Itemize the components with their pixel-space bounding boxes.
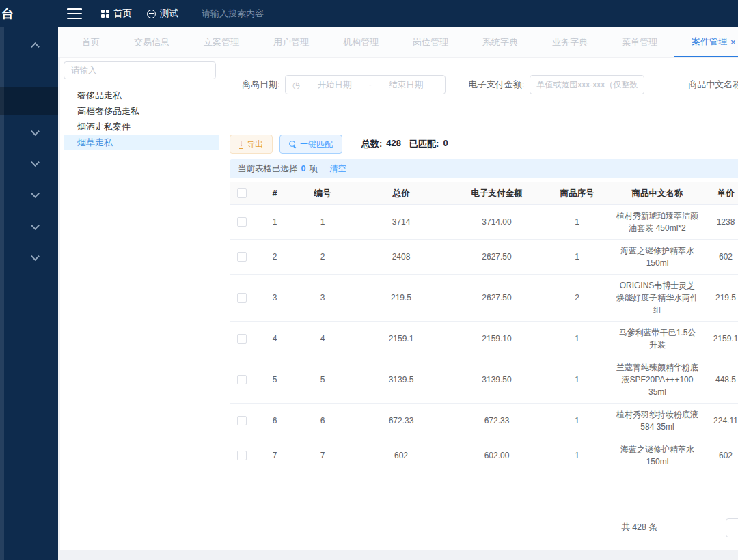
matched-count: 0 — [443, 138, 448, 150]
global-search-input[interactable]: 请输入搜索内容 — [202, 8, 338, 20]
clock-icon: ◷ — [292, 80, 300, 90]
row-checkbox[interactable] — [237, 252, 247, 262]
row-checkbox[interactable] — [237, 451, 247, 460]
chevron-down-icon[interactable] — [31, 189, 40, 198]
selected-count: 0 — [301, 164, 306, 173]
tree-search-input[interactable] — [64, 61, 216, 79]
header-name: 商品中文名称 — [613, 182, 702, 204]
total-count: 428 — [386, 138, 401, 150]
tree-item[interactable]: 烟草走私 — [64, 135, 219, 150]
chevron-down-icon[interactable] — [31, 158, 40, 167]
app-logo: 台 — [1, 5, 14, 22]
row-checkbox[interactable] — [237, 217, 247, 227]
tree-item[interactable]: 奢侈品走私 — [64, 87, 219, 103]
tab-bar: 首页 交易信息 立案管理 用户管理 机构管理 岗位管理 系统字典 业务字典 菜单… — [58, 27, 738, 58]
tab[interactable]: 交易信息 — [117, 27, 187, 57]
grid-icon — [101, 10, 109, 18]
one-click-match-button[interactable]: 一键匹配 — [279, 135, 342, 154]
product-name-filter-label: 商品中文名称: — [688, 79, 738, 91]
selection-info-bar: 当前表格已选择 0 项 清空 — [230, 159, 738, 178]
epay-amount-input[interactable] — [530, 75, 644, 94]
chevron-down-icon[interactable] — [31, 221, 40, 230]
topnav-home[interactable]: 首页 — [101, 8, 132, 20]
tab[interactable]: 机构管理 — [326, 27, 396, 57]
date-start-placeholder: 开始日期 — [303, 79, 366, 91]
case-type-tree: 奢侈品走私 高档奢侈品走私 烟酒走私案件 烟草走私 — [64, 61, 219, 150]
minus-circle-icon — [147, 10, 156, 18]
topnav-test[interactable]: 测试 — [147, 8, 178, 20]
export-button[interactable]: ↓ 导出 — [230, 135, 273, 154]
pagination-button[interactable] — [726, 518, 738, 537]
hamburger-menu-icon[interactable] — [67, 8, 82, 19]
tab[interactable]: 首页 — [65, 27, 117, 57]
tab[interactable]: 菜单管理 — [605, 27, 674, 57]
chevron-down-icon[interactable] — [31, 252, 40, 261]
tab[interactable]: 案件管理 × — [674, 27, 738, 57]
main-panel: 奢侈品走私 高档奢侈品走私 烟酒走私案件 烟草走私 离岛日期: ◷ 开始日期 -… — [60, 58, 738, 550]
table-header-row: # 编号 总价 电子支付金额 商品序号 商品中文名称 单价 — [230, 182, 738, 205]
table-row: 3 3 219.5 2627.50 2 ORIGINS韦博士灵芝焕能好度子精华水… — [230, 275, 738, 322]
match-stats: 总数:428 已匹配:0 — [361, 138, 448, 150]
tree-item[interactable]: 高档奢侈品走私 — [64, 103, 219, 119]
chevron-down-icon[interactable] — [31, 127, 40, 136]
table-row: 7 7 602 602.00 1 海蓝之谜修护精萃水 150ml 602 — [230, 438, 738, 473]
table-toolbar: ↓ 导出 一键匹配 总数:428 已匹配:0 — [230, 135, 448, 154]
amount-filter-label: 电子支付金额: — [469, 79, 525, 91]
tab[interactable]: 立案管理 — [187, 27, 256, 57]
filter-row: 离岛日期: ◷ 开始日期 - 结束日期 电子支付金额: 商品中文名称: — [230, 75, 738, 94]
date-filter-label: 离岛日期: — [242, 79, 280, 91]
total-records-text: 共 428 条 — [621, 522, 657, 533]
header-total: 总价 — [350, 182, 452, 204]
row-checkbox[interactable] — [237, 293, 247, 303]
tree-item[interactable]: 烟酒走私案件 — [64, 119, 219, 135]
download-icon: ↓ — [239, 139, 243, 149]
data-table: # 编号 总价 电子支付金额 商品序号 商品中文名称 单价 1 1 3714 3… — [230, 182, 738, 478]
row-checkbox[interactable] — [237, 375, 247, 384]
table-row: 6 6 672.33 672.33 1 植村秀羽纱持妆粉底液 584 35ml … — [230, 404, 738, 438]
header-index: # — [254, 182, 295, 204]
table-row: 8 8 1602.57 1602.57 1 卡诗菁纯亮泽经典香氛 160.26 — [230, 473, 738, 478]
header-seq: 商品序号 — [541, 182, 613, 204]
sidebar-active-item[interactable] — [0, 87, 58, 115]
chevron-up-icon[interactable] — [31, 42, 40, 51]
select-all-checkbox[interactable] — [237, 188, 247, 198]
tab-close-icon[interactable]: × — [730, 38, 736, 46]
table-footer: 共 428 条 — [230, 517, 738, 537]
clear-selection-link[interactable]: 清空 — [329, 163, 346, 175]
header-unit: 单价 — [702, 182, 738, 204]
table-row: 4 4 2159.1 2159.10 1 马爹利蓝带干邑1.5公升装 2159.… — [230, 322, 738, 356]
search-icon — [289, 141, 297, 148]
header-epay: 电子支付金额 — [452, 182, 541, 204]
tab[interactable]: 系统字典 — [465, 27, 535, 57]
case-main-section: 离岛日期: ◷ 开始日期 - 结束日期 电子支付金额: 商品中文名称: ↓ 导出 — [230, 58, 738, 550]
table-row: 2 2 2408 2627.50 1 海蓝之谜修护精萃水 150ml 602 — [230, 240, 738, 275]
tab[interactable]: 岗位管理 — [396, 27, 465, 57]
date-range-picker[interactable]: ◷ 开始日期 - 结束日期 — [285, 75, 446, 94]
top-navbar: 台 首页 测试 请输入搜索内容 — [0, 0, 738, 27]
row-checkbox[interactable] — [237, 334, 247, 344]
header-code: 编号 — [295, 182, 350, 204]
tab[interactable]: 业务字典 — [535, 27, 605, 57]
table-row: 1 1 3714 3714.00 1 植村秀新琥珀臻萃洁颜油套装 450ml*2… — [230, 205, 738, 240]
date-end-placeholder: 结束日期 — [374, 79, 438, 91]
content-area: 首页 交易信息 立案管理 用户管理 机构管理 岗位管理 系统字典 业务字典 菜单… — [58, 27, 738, 560]
main-sidebar — [0, 27, 58, 560]
row-checkbox[interactable] — [237, 416, 247, 425]
table-row: 5 5 3139.5 3139.50 1 兰蔻菁纯臻颜精华粉底液SPF20PA+… — [230, 356, 738, 404]
tab[interactable]: 用户管理 — [256, 27, 326, 57]
